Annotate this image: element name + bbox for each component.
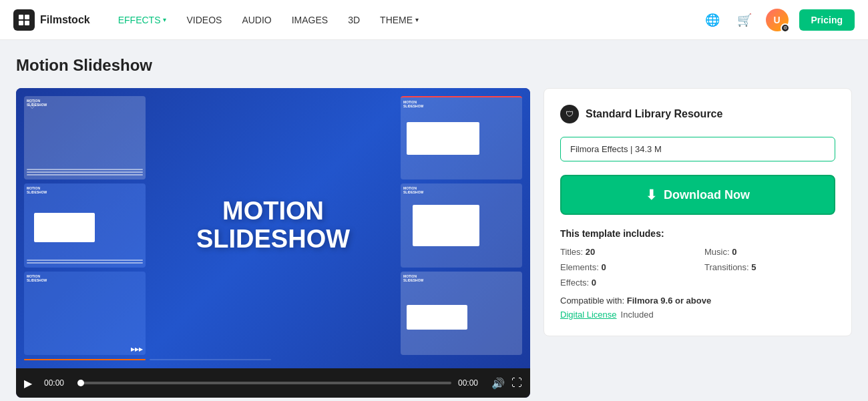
video-preview: ♡ MOTIONSLIDESHOW MOTION SLIDESHOW MO — [16, 88, 530, 368]
pricing-button[interactable]: Pricing — [799, 9, 855, 31]
header-right: 🌐 🛒 U ⚙ Pricing — [702, 9, 855, 31]
grid-cell-center: MOTION SLIDESHOW — [150, 96, 397, 355]
nav-audio[interactable]: AUDIO — [234, 9, 279, 31]
nav-3d[interactable]: 3D — [340, 9, 368, 31]
white-block-4 — [413, 205, 479, 247]
template-includes-label: This template includes: — [560, 228, 835, 239]
logo-area[interactable]: Filmstock — [13, 9, 90, 31]
license-row: Digital License Included — [560, 310, 835, 320]
cell-label-6: MOTIONSLIDESHOW — [403, 274, 423, 282]
volume-icon[interactable]: 🔊 — [491, 377, 505, 390]
grid-cell-3: MOTIONSLIDESHOW — [24, 183, 146, 267]
grid-cell-2: MOTIONSLIDESHOW — [401, 96, 522, 179]
logo-icon — [13, 9, 35, 31]
video-container: ♡ MOTIONSLIDESHOW MOTION SLIDESHOW MO — [16, 88, 530, 398]
stat-effects: Effects: 0 — [560, 278, 691, 288]
white-block-3 — [34, 213, 95, 242]
nav-videos[interactable]: VIDEOS — [178, 9, 230, 31]
cart-icon[interactable]: 🛒 — [734, 9, 755, 31]
download-label: Download Now — [664, 188, 750, 202]
download-button[interactable]: ⬇ Download Now — [560, 175, 835, 215]
file-info-box: Filmora Effects | 34.3 M — [560, 137, 835, 161]
nav-theme[interactable]: THEME ▾ — [372, 9, 427, 31]
header: Filmstock EFFECTS ▾ VIDEOS AUDIO IMAGES … — [0, 0, 868, 40]
progress-bar[interactable] — [77, 382, 451, 384]
license-included-text: Included — [621, 310, 654, 320]
svg-rect-0 — [19, 15, 23, 19]
grid-cell-4: MOTIONSLIDESHOW — [401, 183, 522, 267]
center-text: MOTION SLIDESHOW — [196, 197, 350, 254]
cell-lines-3 — [27, 260, 143, 265]
nav-effects[interactable]: EFFECTS ▾ — [110, 9, 175, 31]
compatible-text: Compatible with: Filmora 9.6 or above — [560, 296, 835, 306]
stats-grid: Titles: 20 Music: 0 Elements: 0 Transiti… — [560, 247, 835, 288]
theme-chevron-icon: ▾ — [415, 16, 419, 23]
avatar-badge: ⚙ — [781, 23, 790, 33]
svg-rect-1 — [25, 15, 29, 19]
stat-titles: Titles: 20 — [560, 247, 691, 257]
logo-text: Filmstock — [40, 14, 90, 26]
nav-images[interactable]: IMAGES — [284, 9, 336, 31]
resource-title: Standard Library Resource — [586, 108, 722, 120]
video-controls: ▶ 00:00 00:00 🔊 ⛶ — [16, 368, 530, 398]
white-block-6 — [407, 305, 467, 330]
stat-transitions: Transitions: 5 — [704, 262, 835, 272]
content-row: ♡ MOTIONSLIDESHOW MOTION SLIDESHOW MO — [16, 88, 852, 398]
cell-label-1: MOTIONSLIDESHOW — [27, 99, 47, 107]
cell-label-2: MOTIONSLIDESHOW — [403, 100, 423, 108]
svg-rect-3 — [25, 21, 29, 25]
file-info-text: Filmora Effects | 34.3 M — [570, 144, 662, 154]
fullscreen-icon[interactable]: ⛶ — [511, 377, 522, 389]
download-icon: ⬇ — [646, 187, 657, 203]
progress-dot — [77, 380, 84, 386]
grid-cell-7: MOTIONSLIDESHOW — [24, 359, 146, 360]
avatar[interactable]: U ⚙ — [766, 9, 789, 31]
svg-rect-2 — [19, 21, 23, 25]
cell-lines-1 — [27, 169, 143, 177]
grid-cell-6: MOTIONSLIDESHOW — [401, 272, 522, 355]
play-button[interactable]: ▶ — [24, 377, 37, 390]
video-grid: ♡ MOTIONSLIDESHOW MOTION SLIDESHOW MO — [16, 88, 530, 368]
resource-header: 🛡 Standard Library Resource — [560, 105, 835, 123]
sidebar-card: 🛡 Standard Library Resource Filmora Effe… — [544, 88, 852, 336]
cell-label-3: MOTIONSLIDESHOW — [27, 186, 47, 194]
stat-music: Music: 0 — [704, 247, 835, 257]
main-nav: EFFECTS ▾ VIDEOS AUDIO IMAGES 3D THEME ▾ — [110, 9, 702, 31]
resource-badge-icon: 🛡 — [560, 105, 579, 123]
stat-elements: Elements: 0 — [560, 262, 691, 272]
main-content: Motion Slideshow ♡ MOTIONSLIDESHOW — [0, 40, 868, 401]
time-end: 00:00 — [458, 378, 485, 388]
time-start: 00:00 — [44, 378, 71, 388]
globe-icon[interactable]: 🌐 — [702, 9, 723, 31]
white-block-2 — [407, 122, 479, 155]
effects-chevron-icon: ▾ — [163, 16, 166, 23]
grid-cell-1: ♡ MOTIONSLIDESHOW — [24, 96, 146, 179]
grid-cell-8: MOTIONSLIDESHOW — [150, 359, 271, 360]
page-title: Motion Slideshow — [16, 56, 852, 75]
cell-label-4: MOTIONSLIDESHOW — [403, 186, 423, 194]
cell-label-5: MOTIONSLIDESHOW — [27, 274, 47, 282]
grid-cell-5: MOTIONSLIDESHOW ▶▶▶ — [24, 272, 146, 355]
digital-license-link[interactable]: Digital License — [560, 310, 617, 320]
